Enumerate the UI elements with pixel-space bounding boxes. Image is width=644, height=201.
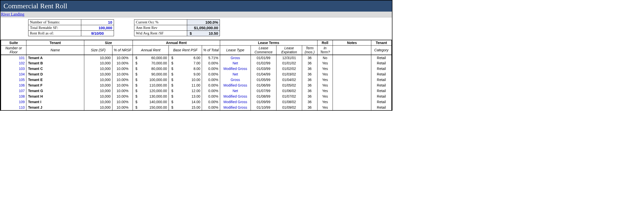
sub-term: Term (mos.) — [302, 46, 317, 55]
cell-expiration: 01/09/02 — [276, 105, 302, 110]
cell-category: Retail — [371, 55, 392, 60]
rent-roll-sheet: Commercial Rent Roll River Landing Numbe… — [0, 0, 392, 111]
cell-category: Retail — [371, 88, 392, 94]
sub-ltype: Lease Type — [220, 46, 251, 55]
cell-tenant: Tenant A — [26, 55, 84, 60]
cell-psf: $9.00 — [169, 71, 202, 77]
cell-rent: $150,000.00 — [133, 105, 169, 110]
cell-pct: 0.00% — [202, 71, 220, 77]
hdr-rent: Annual Rent — [133, 40, 220, 46]
cell-ltype: Modified Gross — [220, 83, 251, 88]
cell-psf: $7.00 — [169, 60, 202, 66]
cell-tenant: Tenant G — [26, 88, 84, 94]
cell-nrsf: 10.00% — [112, 105, 133, 110]
cell-expiration: 12/31/01 — [276, 55, 302, 60]
cell-suite: 107 — [1, 88, 26, 94]
table-row: 106Tenant F10,00010.00%$110,000.00$11.00… — [1, 83, 392, 88]
cell-roll: Yes — [317, 99, 333, 105]
page-title: Commercial Rent Roll — [1, 1, 392, 12]
sub-annual: Annual Rent — [133, 46, 169, 55]
cell-suite: 110 — [1, 105, 26, 110]
cell-roll: No — [317, 55, 333, 60]
cell-commence: 01/07/99 — [251, 88, 276, 94]
cell-nrsf: 10.00% — [112, 99, 133, 105]
cell-expiration: 01/07/02 — [276, 94, 302, 99]
cell-notes — [333, 55, 371, 60]
property-link[interactable]: River Landing — [1, 12, 24, 16]
cell-tenant: Tenant F — [26, 83, 84, 88]
cell-notes — [333, 88, 371, 94]
hdr-tenant: Tenant — [26, 40, 84, 46]
cell-ltype: Gross — [220, 55, 251, 60]
asof-label: Rent Roll as of: — [28, 31, 81, 36]
cell-pct: 0.00% — [202, 99, 220, 105]
table-row: 102Tenant B10,00010.00%$70,000.00$7.000.… — [1, 60, 392, 66]
cell-notes — [333, 105, 371, 110]
sub-nrsf: % of NRSF — [112, 46, 133, 55]
sub-exp: Lease Expiration — [276, 46, 302, 55]
cell-psf: $8.00 — [169, 66, 202, 71]
cell-expiration: 01/04/02 — [276, 77, 302, 83]
cell-category: Retail — [371, 71, 392, 77]
cell-ltype: Modified Gross — [220, 94, 251, 99]
cell-ltype: Gross — [220, 77, 251, 83]
cell-size: 10,000 — [84, 71, 112, 77]
cell-tenant: Tenant E — [26, 77, 84, 83]
cell-term: 36 — [302, 77, 317, 83]
cell-size: 10,000 — [84, 66, 112, 71]
cell-term: 36 — [302, 105, 317, 110]
cell-nrsf: 10.00% — [112, 66, 133, 71]
cell-suite: 106 — [1, 83, 26, 88]
cell-notes — [333, 94, 371, 99]
cell-pct: 0.00% — [202, 94, 220, 99]
table-row: 101Tenant A10,00010.00%$60,000.00$6.005.… — [1, 55, 392, 60]
cell-category: Retail — [371, 105, 392, 110]
cell-size: 10,000 — [84, 55, 112, 60]
cell-suite: 108 — [1, 94, 26, 99]
cell-category: Retail — [371, 83, 392, 88]
cell-nrsf: 10.00% — [112, 60, 133, 66]
cell-suite: 102 — [1, 60, 26, 66]
cell-commence: 01/02/99 — [251, 60, 276, 66]
hdr-roll: Roll — [317, 40, 333, 46]
cell-pct: 0.00% — [202, 77, 220, 83]
cell-ltype: Net — [220, 88, 251, 94]
rev-label: Ann Rent Rev — [134, 25, 187, 31]
cell-expiration: 01/06/02 — [276, 88, 302, 94]
cell-commence: 01/06/99 — [251, 83, 276, 88]
cell-roll: Yes — [317, 105, 333, 110]
sub-tenant: Name — [26, 46, 84, 55]
cell-pct: 0.00% — [202, 66, 220, 71]
cell-pct: 0.00% — [202, 60, 220, 66]
cell-suite: 101 — [1, 55, 26, 60]
cell-rent: $80,000.00 — [133, 66, 169, 71]
cell-rent: $120,000.00 — [133, 88, 169, 94]
cell-roll: Yes — [317, 77, 333, 83]
header-group-row: Suite Tenant Size Annual Rent Lease Term… — [1, 40, 392, 46]
cell-term: 36 — [302, 60, 317, 66]
table-row: 108Tenant H10,00010.00%$130,000.00$13.00… — [1, 94, 392, 99]
sub-comm: Lease Commence — [251, 46, 276, 55]
avg-value: $10.50 — [187, 31, 220, 36]
cell-term: 36 — [302, 71, 317, 77]
hdr-lease: Lease Terms — [220, 40, 317, 46]
cell-commence: 01/08/99 — [251, 94, 276, 99]
cell-roll: Yes — [317, 66, 333, 71]
cell-ltype: Net — [220, 71, 251, 77]
hdr-size: Size — [84, 40, 133, 46]
cell-tenant: Tenant B — [26, 60, 84, 66]
cell-term: 36 — [302, 99, 317, 105]
cell-notes — [333, 71, 371, 77]
cell-category: Retail — [371, 94, 392, 99]
cell-rent: $70,000.00 — [133, 60, 169, 66]
table-row: 105Tenant E10,00010.00%$100,000.00$10.00… — [1, 77, 392, 83]
cell-size: 10,000 — [84, 105, 112, 110]
hdr-suite: Suite — [1, 40, 26, 46]
cell-size: 10,000 — [84, 88, 112, 94]
cell-commence: 01/05/99 — [251, 77, 276, 83]
cell-size: 10,000 — [84, 60, 112, 66]
cell-commence: 01/09/99 — [251, 99, 276, 105]
cell-roll: Yes — [317, 71, 333, 77]
cell-psf: $6.00 — [169, 55, 202, 60]
summary-area: Number of Tenants: 10 Total Rentable SF:… — [1, 17, 392, 40]
